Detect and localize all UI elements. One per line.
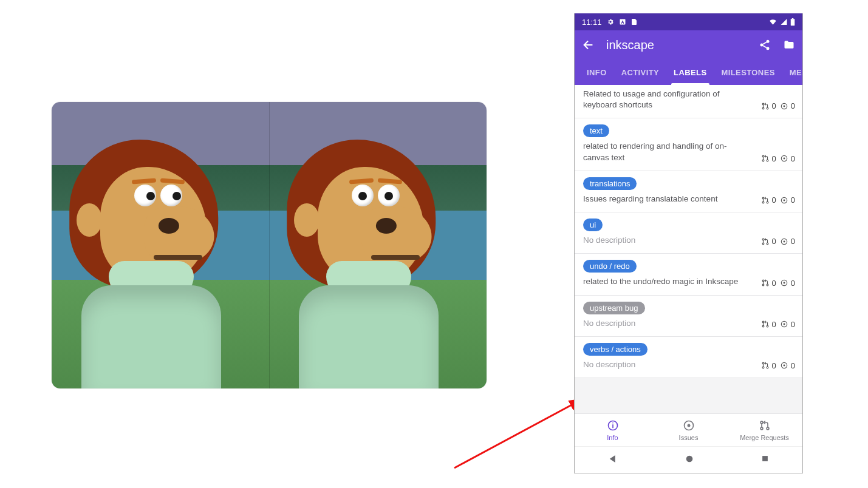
svg-point-50 xyxy=(767,427,769,430)
svg-point-19 xyxy=(762,202,764,203)
svg-point-51 xyxy=(686,455,693,462)
label-item[interactable]: textrelated to rendering and handling of… xyxy=(575,118,802,171)
label-item[interactable]: Related to usage and configuration of ke… xyxy=(575,85,802,118)
issue-icon xyxy=(780,237,788,246)
svg-point-49 xyxy=(760,427,763,430)
nav-recents-button[interactable] xyxy=(760,454,770,466)
label-item[interactable]: verbs / actionsNo description00 xyxy=(575,337,802,378)
issue-icon xyxy=(780,320,788,328)
app-bar: inkscape INFOACTIVITYLABELSMILESTONESMEM… xyxy=(575,30,802,85)
svg-point-20 xyxy=(767,202,768,203)
merge-request-icon xyxy=(761,237,770,246)
svg-point-34 xyxy=(762,325,764,327)
labels-list[interactable]: Related to usage and configuration of ke… xyxy=(575,85,802,413)
merge-request-icon xyxy=(761,320,770,328)
svg-rect-3 xyxy=(791,19,795,25)
merge-request-icon xyxy=(761,196,770,205)
issue-count: 0 xyxy=(791,154,795,163)
issue-count: 0 xyxy=(791,101,795,110)
tab-milestones[interactable]: MILESTONES xyxy=(714,59,782,85)
merge-request-icon xyxy=(761,279,770,287)
svg-line-0 xyxy=(454,399,582,468)
merge-request-icon xyxy=(761,154,770,163)
svg-point-27 xyxy=(783,240,785,242)
svg-rect-52 xyxy=(762,456,768,461)
sim-icon xyxy=(631,18,637,25)
meme-image xyxy=(52,102,487,388)
label-chip: upstream bug xyxy=(583,302,645,314)
issue-icon xyxy=(780,102,788,110)
label-item[interactable]: translationsIssues regarding translatabl… xyxy=(575,171,802,212)
svg-point-29 xyxy=(762,284,764,286)
bottom-label: Merge Requests xyxy=(740,434,789,441)
bottom-issues[interactable]: Issues xyxy=(651,414,726,446)
merge-request-count: 0 xyxy=(772,154,776,163)
svg-point-24 xyxy=(762,243,764,245)
label-counts: 00 xyxy=(761,320,795,329)
svg-point-38 xyxy=(762,363,764,365)
bottom-label: Issues xyxy=(679,434,699,441)
bottom-info[interactable]: Info xyxy=(575,414,651,446)
tab-labels[interactable]: LABELS xyxy=(666,59,714,85)
svg-text:A: A xyxy=(621,20,624,24)
svg-point-7 xyxy=(767,47,770,50)
label-counts: 00 xyxy=(761,237,795,246)
svg-point-42 xyxy=(783,365,785,367)
nav-home-button[interactable] xyxy=(685,454,694,466)
share-icon[interactable] xyxy=(759,39,771,51)
svg-point-5 xyxy=(767,40,770,43)
svg-point-47 xyxy=(687,424,690,427)
svg-rect-4 xyxy=(792,18,794,19)
svg-point-9 xyxy=(762,107,764,109)
label-item[interactable]: undo / redorelated to the undo/redo magi… xyxy=(575,254,802,295)
signal-icon xyxy=(780,18,788,25)
bottom-label: Info xyxy=(607,434,618,441)
battery-icon xyxy=(790,18,795,26)
label-counts: 00 xyxy=(761,361,795,370)
label-chip: verbs / actions xyxy=(583,343,648,356)
issue-icon xyxy=(780,196,788,205)
svg-point-23 xyxy=(762,239,764,240)
folder-icon[interactable] xyxy=(783,39,795,51)
label-chip: ui xyxy=(583,219,603,231)
label-counts: 00 xyxy=(761,154,795,163)
issue-count: 0 xyxy=(791,195,795,205)
svg-point-18 xyxy=(762,197,764,199)
svg-point-15 xyxy=(767,160,768,162)
merge-request-icon xyxy=(759,419,771,433)
tab-info[interactable]: INFO xyxy=(579,59,614,85)
label-counts: 00 xyxy=(761,195,795,205)
tab-members[interactable]: MEMBERS xyxy=(782,59,802,85)
bottom-merge-requests[interactable]: Merge Requests xyxy=(726,414,802,446)
issue-icon xyxy=(780,361,788,370)
phone-frame: 11:11 A xyxy=(574,13,803,473)
label-chip: translations xyxy=(583,177,637,190)
label-item[interactable]: uiNo description00 xyxy=(575,212,802,254)
issue-icon xyxy=(683,419,695,433)
nav-back-button[interactable] xyxy=(607,453,618,467)
svg-point-28 xyxy=(762,280,764,282)
issue-count: 0 xyxy=(791,320,795,329)
svg-point-32 xyxy=(783,282,785,284)
svg-point-22 xyxy=(783,199,785,201)
svg-point-10 xyxy=(767,107,768,109)
back-button[interactable] xyxy=(582,38,595,52)
svg-point-45 xyxy=(612,422,613,424)
gear-icon xyxy=(607,18,614,25)
label-item[interactable]: upstream bugNo description00 xyxy=(575,296,802,337)
bottom-bar: InfoIssuesMerge Requests xyxy=(575,413,802,446)
svg-point-39 xyxy=(762,367,764,369)
merge-request-count: 0 xyxy=(772,361,776,370)
svg-point-14 xyxy=(762,160,764,162)
merge-request-count: 0 xyxy=(772,101,776,110)
status-bar: 11:11 A xyxy=(575,13,802,30)
issue-icon xyxy=(780,154,788,163)
page-title: inkscape xyxy=(606,38,748,52)
tab-activity[interactable]: ACTIVITY xyxy=(614,59,666,85)
svg-point-48 xyxy=(760,421,763,424)
svg-point-17 xyxy=(783,158,785,160)
svg-point-6 xyxy=(760,44,764,47)
merge-request-count: 0 xyxy=(772,237,776,246)
label-counts: 00 xyxy=(761,101,795,110)
svg-point-8 xyxy=(762,103,764,105)
